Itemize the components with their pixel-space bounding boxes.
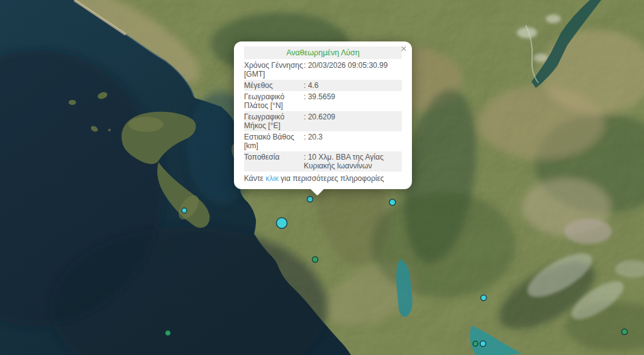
map-viewport: × Αναθεωρημένη Λύση Χρόνος Γέννησης [GMT… [0, 0, 644, 355]
earthquake-marker[interactable] [481, 295, 487, 301]
earthquake-marker[interactable] [277, 218, 287, 229]
popup-row-value: : 4.6 [304, 81, 402, 90]
popup-row: Εστιακό Βάθος [km]: 20.3 [244, 131, 402, 151]
popup-row-label: Τοποθεσία [244, 153, 304, 170]
popup-row-value: : 39.5659 [304, 92, 402, 110]
earthquake-marker[interactable] [389, 199, 396, 205]
popup-rows: Χρόνος Γέννησης [GMT]: 20/03/2026 09:05:… [244, 60, 402, 172]
popup-row-label: Γεωγραφικό Μήκος [°E] [244, 112, 304, 130]
earthquake-marker[interactable] [313, 257, 318, 263]
popup-row-label: Μέγεθος [244, 81, 304, 90]
earthquake-marker[interactable] [480, 341, 486, 347]
earthquake-marker[interactable] [622, 329, 628, 335]
popup-row-value: : 20.6209 [304, 112, 402, 130]
popup-footer: Κάντε κλικ για περισσότερες πληροφορίες [244, 174, 402, 183]
more-info-link[interactable]: κλικ [265, 174, 279, 183]
footer-text-suffix: για περισσότερες πληροφορίες [279, 174, 384, 183]
popup-row-value: : 10 Χλμ. ΒΒΑ της Αγίας Κυριακής Ιωαννίν… [304, 153, 402, 170]
popup-row-value: : 20.3 [304, 133, 402, 150]
popup-row: Γεωγραφικό Μήκος [°E]: 20.6209 [244, 111, 402, 131]
popup-row-label: Εστιακό Βάθος [km] [244, 133, 304, 150]
popup-row: Τοποθεσία: 10 Χλμ. ΒΒΑ της Αγίας Κυριακή… [244, 151, 402, 172]
earthquake-marker[interactable] [165, 330, 171, 336]
popup-row: Μέγεθος: 4.6 [244, 80, 402, 91]
popup-row-value: : 20/03/2026 09:05:30.99 [304, 61, 402, 79]
earthquake-popup: × Αναθεωρημένη Λύση Χρόνος Γέννησης [GMT… [234, 41, 412, 189]
earthquake-marker[interactable] [182, 208, 187, 213]
earthquake-marker[interactable] [308, 197, 313, 202]
earthquake-marker[interactable] [473, 341, 478, 346]
popup-row: Γεωγραφικό Πλάτος [°N]: 39.5659 [244, 91, 402, 111]
popup-row: Χρόνος Γέννησης [GMT]: 20/03/2026 09:05:… [244, 60, 402, 80]
popup-row-label: Χρόνος Γέννησης [GMT] [244, 61, 304, 79]
close-icon[interactable]: × [401, 43, 407, 54]
popup-row-label: Γεωγραφικό Πλάτος [°N] [244, 92, 304, 110]
popup-title: Αναθεωρημένη Λύση [244, 46, 402, 59]
footer-text-prefix: Κάντε [244, 174, 265, 183]
